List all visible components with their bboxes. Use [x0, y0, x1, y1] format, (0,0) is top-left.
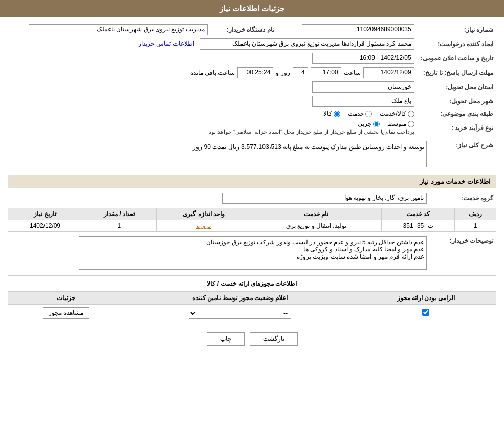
permissions-table: الزامی بودن ارائه مجوز اعلام وضعیت مجوز … — [8, 291, 496, 322]
service-group-field: تامین برق، گاز، بخار و تهویه هوا — [222, 193, 427, 204]
province-field: خوزستان — [312, 81, 414, 93]
announce-date-value: 1402/12/05 - 16:09 — [8, 51, 418, 66]
purchase-type-label-jozi: جزیی — [358, 120, 371, 127]
purchase-type-radio-jozi[interactable] — [373, 121, 380, 127]
response-deadline-label: مهلت ارسال پاسخ: تا تاریخ: — [418, 66, 496, 80]
category-label-kala: کالا — [323, 110, 332, 117]
back-button[interactable]: بازگشت — [250, 332, 298, 346]
response-time-label: ساعت — [344, 69, 361, 76]
purchase-type-radio-motavasset[interactable] — [408, 121, 414, 127]
category-option-kala: کالا — [323, 110, 340, 117]
buyer-org-value: مدیریت توزیع نیروی برق شهرستان باغملک — [8, 23, 211, 37]
response-deadline-row: 1402/12/09 ساعت 17:00 4 روز و 00:25:24 س… — [8, 66, 418, 80]
category-radio-kala[interactable] — [334, 111, 340, 117]
perm-col-required: الزامی بودن ارائه مجوز — [356, 292, 496, 305]
buyer-org-label: نام دستگاه خریدار: — [211, 23, 277, 37]
description-label: شرح کلی نیاز: — [430, 139, 496, 170]
description-textarea[interactable] — [79, 141, 427, 167]
province-value: خوزستان — [8, 80, 418, 94]
announce-date-field: 1402/12/05 - 16:09 — [312, 53, 414, 64]
perm-row: -- مشاهده مجوز — [8, 305, 496, 322]
need-number-value: 1102094689000035 — [288, 23, 418, 37]
purchase-type-label-motavasset: متوسط — [387, 120, 406, 127]
response-remaining-field: 00:25:24 — [237, 67, 273, 78]
view-permit-button[interactable]: مشاهده مجوز — [43, 307, 89, 319]
city-label: شهر محل تحویل: — [418, 94, 496, 109]
permissions-section-title: اطلاعات مجوزهای ارائه خدمت / کالا — [8, 280, 496, 287]
purchase-type-label: نوع فرآیند خرید : — [418, 119, 496, 137]
cell-date: 1402/12/09 — [8, 220, 82, 232]
perm-status-select[interactable]: -- — [189, 308, 291, 319]
city-field: باغ ملک — [312, 96, 414, 107]
cell-name: تولید، انتقال و توزیع برق — [251, 220, 382, 232]
need-number-label: شماره نیاز: — [418, 23, 496, 37]
response-time-field: 17:00 — [311, 67, 341, 78]
page-header: جزئیات اطلاعات نیاز — [0, 0, 504, 17]
creator-contact-link[interactable]: اطلاعات تماس خریدار — [138, 40, 194, 47]
col-name: نام خدمت — [251, 208, 382, 220]
cell-quantity: 1 — [82, 220, 157, 232]
need-number-field: 1102094689000035 — [302, 24, 414, 35]
description-value — [8, 139, 430, 170]
print-button[interactable]: چاپ — [207, 332, 245, 346]
unit-link[interactable]: پروژه — [196, 222, 211, 229]
response-days-field: 4 — [293, 67, 308, 78]
category-value: کالا/خدمت خدمت کالا — [8, 109, 418, 119]
buyer-notes-value — [8, 234, 430, 273]
creator-value: محمد کرد مسئول قراردادها مدیریت توزیع نی… — [8, 37, 418, 51]
col-unit: واحد اندازه گیری — [156, 208, 251, 220]
service-group-value: تامین برق، گاز، بخار و تهویه هوا — [8, 191, 430, 205]
main-content: شماره نیاز: 1102094689000035 نام دستگاه … — [0, 17, 504, 358]
purchase-type-option-jozi: جزیی — [358, 120, 380, 127]
buyer-notes-label: توصیحات خریدار: — [430, 234, 496, 273]
province-label: استان محل تحویل: — [418, 80, 496, 94]
table-row: 1 ت -35- 351 تولید، انتقال و توزیع برق پ… — [8, 220, 496, 232]
creator-field: محمد کرد مسئول قراردادها مدیریت توزیع نی… — [200, 38, 414, 50]
response-remaining-label: ساعت باقی مانده — [190, 69, 235, 76]
services-section-title: اطلاعات خدمات مورد نیاز — [8, 175, 496, 188]
service-group-label: گروه خدمت: — [430, 191, 496, 205]
category-label-kala-khadamat: کالا/خدمت — [380, 110, 406, 117]
buyer-notes-textarea[interactable] — [79, 236, 427, 270]
buyer-notes-table: توصیحات خریدار: — [8, 234, 496, 273]
services-data-table: ردیف کد خدمت نام خدمت واحد اندازه گیری ت… — [8, 208, 496, 232]
purchase-type-option-motavasset: متوسط — [387, 120, 414, 127]
category-radio-kala-khadamat[interactable] — [408, 111, 414, 117]
perm-status-cell: -- — [124, 305, 356, 322]
perm-col-details: جزئیات — [8, 292, 124, 305]
cell-code: ت -35- 351 — [382, 220, 455, 232]
bottom-buttons: بازگشت چاپ — [8, 325, 496, 353]
col-quantity: تعداد / مقدار — [82, 208, 157, 220]
col-row: ردیف — [455, 208, 496, 220]
category-option-khadamat: خدمت — [348, 110, 372, 117]
perm-details-cell: مشاهده مجوز — [8, 305, 124, 322]
perm-required-checkbox[interactable] — [422, 309, 429, 316]
col-date: تاریخ نیاز — [8, 208, 82, 220]
category-radio-khadamat[interactable] — [365, 111, 372, 117]
purchase-type-value: متوسط جزیی پرداخت تمام یا بخشی از مبلغ خ… — [8, 119, 418, 137]
category-label-khadamat: خدمت — [348, 110, 364, 117]
page-title: جزئیات اطلاعات نیاز — [220, 4, 284, 13]
service-group-table: گروه خدمت: تامین برق، گاز، بخار و تهویه … — [8, 191, 496, 205]
info-table-top: شماره نیاز: 1102094689000035 نام دستگاه … — [8, 23, 496, 137]
perm-required-cell — [356, 305, 496, 322]
category-option-kala-khadamat: کالا/خدمت — [380, 110, 414, 117]
col-code: کد خدمت — [382, 208, 455, 220]
category-label: طبقه بندی موضوعی: — [418, 109, 496, 119]
city-value: باغ ملک — [8, 94, 418, 109]
description-table: شرح کلی نیاز: — [8, 139, 496, 170]
perm-col-status: اعلام وضعیت مجوز توسط نامین کننده — [124, 292, 356, 305]
page-wrapper: جزئیات اطلاعات نیاز شماره نیاز: 11020946… — [0, 0, 504, 448]
announce-date-label: تاریخ و ساعت اعلان عمومی: — [418, 51, 496, 66]
response-date-field: 1402/12/09 — [363, 67, 414, 78]
cell-row: 1 — [455, 220, 496, 232]
creator-label: ایجاد کننده درخواست: — [418, 37, 496, 51]
cell-unit: پروژه — [156, 220, 251, 232]
purchase-type-note: پرداخت تمام یا بخشی از مبلغ خریدار از مب… — [207, 129, 414, 135]
response-days-label: روز و — [276, 69, 290, 76]
buyer-org-field: مدیریت توزیع نیروی برق شهرستان باغملک — [29, 24, 208, 35]
